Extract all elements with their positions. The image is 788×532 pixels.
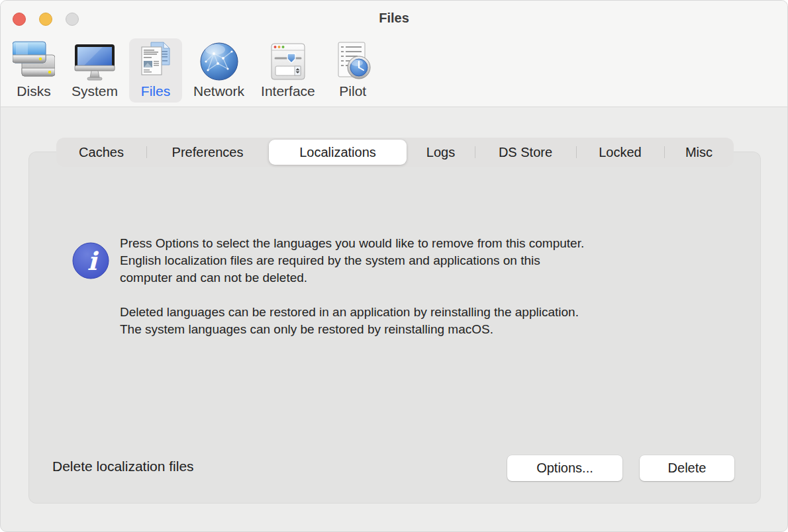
info-text: Press Options to select the languages yo… — [120, 235, 584, 338]
tab-localizations[interactable]: Localizations — [269, 140, 407, 165]
toolbar-item-files[interactable]: Files — [129, 38, 182, 103]
disks-icon — [13, 40, 55, 83]
tab-misc[interactable]: Misc — [664, 138, 734, 167]
tab-label: Localizations — [299, 145, 376, 160]
toolbar: Disks — [7, 38, 379, 103]
delete-button[interactable]: Delete — [640, 455, 734, 481]
tab-label: DS Store — [499, 145, 552, 160]
toolbar-label-interface: Interface — [261, 83, 315, 99]
tab-bar: Caches Preferences Localizations Logs DS… — [56, 138, 734, 167]
toolbar-label-system: System — [72, 83, 118, 99]
toolbar-item-network[interactable]: Network — [188, 38, 250, 103]
info-icon: i — [72, 242, 109, 279]
tab-locked[interactable]: Locked — [576, 138, 664, 167]
toolbar-item-disks[interactable]: Disks — [7, 38, 60, 103]
toolbar-label-disks: Disks — [17, 83, 50, 99]
tab-label: Caches — [79, 145, 124, 160]
window-title: Files — [1, 11, 787, 26]
tab-label: Misc — [685, 145, 713, 160]
info-paragraph-1: Press Options to select the languages yo… — [120, 235, 584, 287]
info-line: Deleted languages can be restored in an … — [120, 304, 584, 321]
tab-label: Locked — [599, 145, 642, 160]
toolbar-item-system[interactable]: System — [66, 38, 123, 103]
toolbar-label-files: Files — [141, 83, 170, 99]
info-line: The system languages can only be restore… — [120, 321, 584, 338]
info-line: Press Options to select the languages yo… — [120, 235, 584, 252]
tab-logs[interactable]: Logs — [407, 138, 475, 167]
tab-separator — [475, 146, 475, 158]
pilot-icon — [332, 40, 374, 83]
system-icon — [74, 40, 116, 83]
tab-label: Preferences — [172, 145, 244, 160]
info-line: computer and can not be deleted. — [120, 269, 584, 287]
tab-ds-store[interactable]: DS Store — [475, 138, 576, 167]
window: Files — [0, 0, 788, 532]
tab-label: Logs — [426, 145, 455, 160]
interface-icon — [267, 40, 309, 83]
tab-separator — [146, 146, 147, 158]
tab-preferences[interactable]: Preferences — [146, 138, 269, 167]
tab-caches[interactable]: Caches — [56, 138, 146, 167]
titlebar-toolbar: Files — [1, 1, 787, 107]
delete-localization-files-label: Delete localization files — [52, 459, 194, 474]
content-box: i Press Options to select the languages … — [28, 152, 761, 504]
info-paragraph-2: Deleted languages can be restored in an … — [120, 304, 584, 338]
network-icon — [198, 40, 240, 83]
files-icon — [134, 40, 177, 83]
toolbar-label-network: Network — [193, 83, 244, 99]
toolbar-item-pilot[interactable]: Pilot — [326, 38, 379, 103]
toolbar-item-interface[interactable]: Interface — [256, 38, 320, 103]
options-button[interactable]: Options... — [507, 455, 622, 481]
tab-separator — [664, 146, 665, 158]
info-line: English localization files are required … — [120, 252, 584, 269]
toolbar-label-pilot: Pilot — [339, 83, 366, 99]
tab-separator — [576, 146, 577, 158]
